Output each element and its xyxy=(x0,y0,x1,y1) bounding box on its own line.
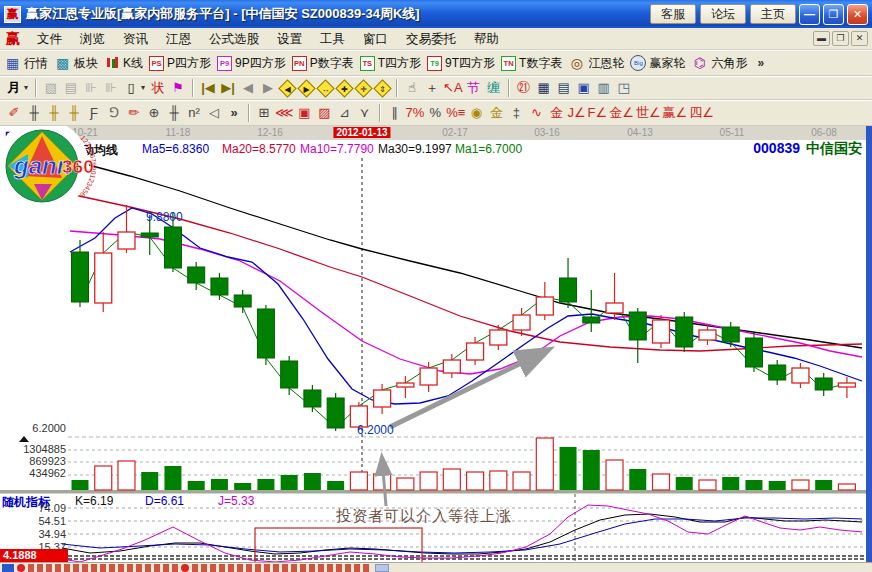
nav-diamond-tool-icon[interactable]: ↔ xyxy=(316,79,334,97)
draw-tool-16[interactable]: ▨ xyxy=(316,103,334,123)
draw-tool-15[interactable]: ▣ xyxy=(296,103,314,123)
chart-area[interactable]: 10-2111-1812-162012-01-1302-1703-1604-13… xyxy=(0,126,866,562)
draw-tool-28[interactable]: 金 xyxy=(547,103,565,123)
nav-tool-33[interactable]: ▥ xyxy=(595,78,613,98)
nav-tool-5[interactable]: ⊪ xyxy=(82,78,100,98)
close-button[interactable]: ✕ xyxy=(847,4,868,25)
draw-tool-20[interactable]: ∥ xyxy=(386,103,404,123)
draw-tool-32[interactable]: 世∠ xyxy=(636,103,661,123)
minimize-button[interactable]: — xyxy=(799,4,820,25)
nav-tool-23[interactable]: ☝ xyxy=(403,78,421,98)
toolbar-button-winner-wheel[interactable]: Big赢家轮 xyxy=(630,55,685,72)
toolbar-button-hexagon[interactable]: ⌬六角形 xyxy=(691,55,747,72)
toolbar-button-kline[interactable]: K线 xyxy=(104,55,143,72)
title-bar[interactable]: 赢 赢家江恩专业版[赢家内部服务平台] - [中信国安 SZ000839-34周… xyxy=(0,0,872,28)
nav-tool-1[interactable]: ▾ xyxy=(22,78,30,98)
draw-tool-5[interactable]: ⅁ xyxy=(105,103,123,123)
draw-tool-17[interactable]: ⊿ xyxy=(336,103,354,123)
draw-tool-13[interactable]: ⊞ xyxy=(255,103,273,123)
forum-button[interactable]: 论坛 xyxy=(700,4,746,24)
toolbar-button-9p-square[interactable]: P99P四方形 xyxy=(217,55,286,72)
nav-tool-12[interactable]: |◀ xyxy=(199,78,217,98)
draw-tool-21[interactable]: 7% xyxy=(406,103,425,123)
toolbar-button-sectors[interactable]: ▩板块 xyxy=(54,55,98,72)
status-icon-blue[interactable] xyxy=(2,564,14,572)
nav-diamond-tool-icon[interactable]: ◀ xyxy=(278,79,296,97)
nav-tool-8[interactable]: ▾ xyxy=(139,78,147,98)
menu-item-tools[interactable]: 工具 xyxy=(311,30,354,48)
nav-tool-29[interactable]: ㉑ xyxy=(515,78,533,98)
nav-tool-6[interactable]: ⊪ xyxy=(102,78,120,98)
draw-tool-10[interactable]: ◁ xyxy=(205,103,223,123)
draw-tool-33[interactable]: 赢∠ xyxy=(663,103,688,123)
draw-tool-29[interactable]: J∠ xyxy=(567,103,585,123)
draw-tool-8[interactable]: ╫ xyxy=(165,103,183,123)
draw-tool-11[interactable]: » xyxy=(225,103,243,123)
toolbar-button-t-square[interactable]: TST四方形 xyxy=(360,55,421,72)
nav-tool-7[interactable]: ▯ xyxy=(122,78,140,98)
draw-tool-7[interactable]: ⊕ xyxy=(145,103,163,123)
draw-tool-4[interactable]: Ƒ xyxy=(85,103,103,123)
toolbar-button-p-number-table[interactable]: PNP数字表 xyxy=(292,55,354,72)
menu-item-trade-entrust[interactable]: 交易委托 xyxy=(397,30,465,48)
nav-tool-10[interactable]: ⚑ xyxy=(169,78,187,98)
chart-canvas[interactable] xyxy=(0,126,866,562)
menu-item-info[interactable]: 资讯 xyxy=(114,30,157,48)
nav-tool-15[interactable]: ▶ xyxy=(259,78,277,98)
nav-tool-31[interactable]: ▤ xyxy=(555,78,573,98)
draw-tool-18[interactable]: ⋎ xyxy=(356,103,374,123)
menu-item-settings[interactable]: 设置 xyxy=(268,30,311,48)
menu-item-help[interactable]: 帮助 xyxy=(465,30,508,48)
draw-tool-34[interactable]: 四∠ xyxy=(689,103,714,123)
draw-tool-25[interactable]: 金 xyxy=(487,103,505,123)
nav-tool-9[interactable]: 状 xyxy=(149,78,167,98)
toolbar-overflow-chevron[interactable]: » xyxy=(757,56,764,70)
mdi-restore-button[interactable]: ❐ xyxy=(832,31,849,46)
menu-item-window[interactable]: 窗口 xyxy=(354,30,397,48)
draw-tool-27[interactable]: ∿ xyxy=(527,103,545,123)
menu-item-formula-stock-pick[interactable]: 公式选股 xyxy=(200,30,268,48)
nav-tool-34[interactable]: ◳ xyxy=(615,78,633,98)
draw-tool-26[interactable]: ‡ xyxy=(507,103,525,123)
menu-item-file[interactable]: 文件 xyxy=(28,30,71,48)
nav-tool-25[interactable]: ↖A xyxy=(443,78,463,98)
status-button[interactable] xyxy=(375,564,389,572)
draw-tool-2[interactable]: ╫ xyxy=(45,103,63,123)
draw-tool-9[interactable]: n² xyxy=(185,103,203,123)
draw-tool-24[interactable]: ◉ xyxy=(467,103,485,123)
toolbar-button-quotes[interactable]: ▦行情 xyxy=(4,55,48,72)
toolbar-button-gann-wheel[interactable]: ◎江恩轮 xyxy=(568,55,624,72)
nav-tool-14[interactable]: ◀ xyxy=(239,78,257,98)
nav-tool-3[interactable]: ▧ xyxy=(42,78,60,98)
toolbar-button-9t-square[interactable]: T99T四方形 xyxy=(427,55,495,72)
draw-tool-1[interactable]: ╫ xyxy=(25,103,43,123)
mdi-close-button[interactable]: ✕ xyxy=(851,31,868,46)
draw-tool-23[interactable]: %≡ xyxy=(446,103,465,123)
nav-tool-4[interactable]: ▤ xyxy=(62,78,80,98)
draw-tool-31[interactable]: 金∠ xyxy=(609,103,634,123)
nav-tool-30[interactable]: ▦ xyxy=(535,78,553,98)
toolbar-button-p-square[interactable]: PSP四方形 xyxy=(149,55,211,72)
nav-diamond-tool-icon[interactable]: ▶ xyxy=(297,79,315,97)
draw-tool-30[interactable]: F∠ xyxy=(588,103,608,123)
nav-tool-26[interactable]: 节 xyxy=(465,78,483,98)
nav-tool-24[interactable]: ＋ xyxy=(423,78,441,98)
nav-tool-0[interactable]: 月 xyxy=(5,78,23,98)
nav-diamond-tool-icon[interactable]: ⇕ xyxy=(373,79,391,97)
draw-tool-14[interactable]: ⋘ xyxy=(275,103,294,123)
homepage-button[interactable]: 主页 xyxy=(750,4,796,24)
draw-tool-3[interactable]: ╫ xyxy=(65,103,83,123)
draw-tool-0[interactable]: ✐ xyxy=(5,103,23,123)
nav-tool-32[interactable]: ▣ xyxy=(575,78,593,98)
customer-service-button[interactable]: 客服 xyxy=(650,4,696,24)
menu-item-browse[interactable]: 浏览 xyxy=(71,30,114,48)
draw-tool-6[interactable]: ✏ xyxy=(125,103,143,123)
draw-tool-22[interactable]: % xyxy=(426,103,444,123)
nav-tool-27[interactable]: 缠 xyxy=(485,78,503,98)
mdi-minimize-button[interactable]: ▬ xyxy=(813,31,830,46)
nav-diamond-tool-icon[interactable]: ✚ xyxy=(335,79,353,97)
nav-diamond-tool-icon[interactable]: ✛ xyxy=(354,79,372,97)
menu-item-gann[interactable]: 江恩 xyxy=(157,30,200,48)
toolbar-button-t-number-table[interactable]: TNT数字表 xyxy=(501,55,562,72)
nav-tool-13[interactable]: ▶| xyxy=(219,78,237,98)
